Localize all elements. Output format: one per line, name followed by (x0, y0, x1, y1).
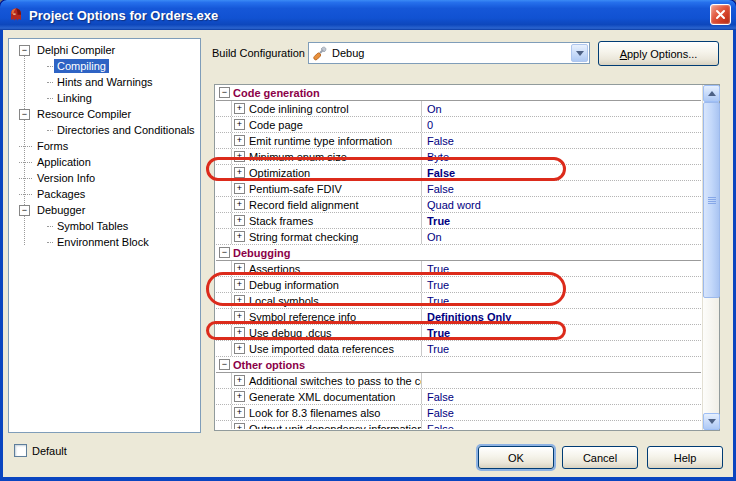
expand-icon[interactable]: + (234, 279, 245, 290)
tree-item-label: Forms (34, 139, 71, 153)
expand-icon[interactable]: + (234, 103, 245, 114)
property-name: Additional switches to pass to the con (249, 375, 421, 387)
tree-item-environment-block[interactable]: Environment Block (9, 234, 200, 250)
expand-icon[interactable]: + (234, 215, 245, 226)
tree-item-application[interactable]: Application (9, 154, 200, 170)
grid-section-other-options[interactable]: −Other options (216, 357, 701, 373)
tree-item-forms[interactable]: Forms (9, 138, 200, 154)
apply-options-button[interactable]: Apply Options... (598, 41, 719, 66)
property-name-cell: +Code inlining control (216, 101, 421, 116)
grid-row-generate-xml-documentation[interactable]: +Generate XML documentationFalse (216, 389, 701, 405)
tree-item-packages[interactable]: Packages (9, 186, 200, 202)
expand-icon[interactable]: + (234, 407, 245, 418)
expand-icon[interactable]: + (234, 183, 245, 194)
grid-row-local-symbols[interactable]: +Local symbolsTrue (216, 293, 701, 309)
property-name-cell: +Pentium-safe FDIV (216, 181, 421, 196)
grid-row-record-field-alignment[interactable]: +Record field alignmentQuad word (216, 197, 701, 213)
scroll-up-button[interactable] (703, 85, 720, 102)
expand-icon[interactable]: + (234, 375, 245, 386)
expand-icon[interactable]: + (234, 391, 245, 402)
grid-row-optimization[interactable]: +OptimizationFalse (216, 165, 701, 181)
expand-icon[interactable]: + (234, 199, 245, 210)
tree-connector (19, 178, 32, 179)
collapse-icon[interactable]: − (19, 109, 30, 120)
property-value: True (421, 341, 701, 356)
grid-section-code-generation[interactable]: −Code generation (216, 85, 701, 101)
grid-row-code-inlining-control[interactable]: +Code inlining controlOn (216, 101, 701, 117)
collapse-icon[interactable]: − (219, 87, 230, 98)
grid-content: −Code generation+Code inlining controlOn… (216, 85, 701, 429)
tree-item-delphi-compiler[interactable]: −Delphi Compiler (9, 42, 200, 58)
property-name: Local symbols (249, 295, 319, 307)
tree-connector (47, 66, 53, 67)
tree-connector (47, 98, 53, 99)
expand-icon[interactable]: + (234, 135, 245, 146)
build-configuration-combo[interactable]: Debug (308, 42, 590, 64)
property-name-cell: +Emit runtime type information (216, 133, 421, 148)
grid-row-symbol-reference-info[interactable]: +Symbol reference infoDefinitions Only (216, 309, 701, 325)
collapse-icon[interactable]: − (219, 247, 230, 258)
options-tree[interactable]: −Delphi CompilerCompilingHints and Warni… (8, 38, 201, 433)
expand-icon[interactable]: + (234, 295, 245, 306)
grid-row-string-format-checking[interactable]: +String format checkingOn (216, 229, 701, 245)
close-button[interactable] (710, 4, 731, 25)
tree-item-resource-compiler[interactable]: −Resource Compiler (9, 106, 200, 122)
grid-row-additional-switches-to-pass-to-the-con[interactable]: +Additional switches to pass to the con (216, 373, 701, 389)
expand-icon[interactable]: + (234, 167, 245, 178)
expand-icon[interactable]: + (234, 151, 245, 162)
property-name: Minimum enum size (249, 151, 347, 163)
property-name-cell: +Record field alignment (216, 197, 421, 212)
expand-icon[interactable]: + (234, 311, 245, 322)
ok-button[interactable]: OK (478, 446, 554, 469)
tree-connector (47, 242, 53, 243)
expand-icon[interactable]: + (234, 343, 245, 354)
tree-item-version-info[interactable]: Version Info (9, 170, 200, 186)
compiler-options-grid[interactable]: −Code generation+Code inlining controlOn… (214, 84, 720, 431)
grid-row-stack-frames[interactable]: +Stack framesTrue (216, 213, 701, 229)
tree-item-compiling[interactable]: Compiling (9, 58, 200, 74)
grid-row-debug-information[interactable]: +Debug informationTrue (216, 277, 701, 293)
grid-row-use-imported-data-references[interactable]: +Use imported data referencesTrue (216, 341, 701, 357)
tree-item-symbol-tables[interactable]: Symbol Tables (9, 218, 200, 234)
tree-item-debugger[interactable]: −Debugger (9, 202, 200, 218)
cancel-button[interactable]: Cancel (562, 446, 638, 469)
scrollbar-thumb[interactable] (703, 102, 720, 298)
grid-row-assertions[interactable]: +AssertionsTrue (216, 261, 701, 277)
expand-icon[interactable]: + (234, 263, 245, 274)
collapse-icon[interactable]: − (19, 45, 30, 56)
tree-item-hints-and-warnings[interactable]: Hints and Warnings (9, 74, 200, 90)
expand-icon[interactable]: + (234, 231, 245, 242)
dialog-body: −Delphi CompilerCompilingHints and Warni… (3, 30, 733, 477)
title-bar[interactable]: Project Options for Orders.exe (0, 0, 736, 30)
tree-item-directories-and-conditionals[interactable]: Directories and Conditionals (9, 122, 200, 138)
property-name-cell: +Additional switches to pass to the con (216, 373, 421, 388)
collapse-icon[interactable]: − (19, 205, 30, 216)
property-value: True (421, 261, 701, 276)
property-name-cell: +Use imported data references (216, 341, 421, 356)
default-checkbox[interactable] (14, 444, 27, 457)
help-button[interactable]: Help (647, 446, 723, 469)
grid-row-emit-runtime-type-information[interactable]: +Emit runtime type informationFalse (216, 133, 701, 149)
grid-row-code-page[interactable]: +Code page0 (216, 117, 701, 133)
combo-dropdown-button[interactable] (571, 44, 588, 62)
vertical-scrollbar[interactable] (702, 85, 719, 430)
grid-row-output-unit-dependency-information[interactable]: +Output unit dependency informationFalse (216, 421, 701, 429)
grid-row-look-for-8-3-filenames-also[interactable]: +Look for 8.3 filenames alsoFalse (216, 405, 701, 421)
window-title: Project Options for Orders.exe (29, 8, 218, 23)
grid-row-minimum-enum-size[interactable]: +Minimum enum sizeByte (216, 149, 701, 165)
grid-row-pentium-safe-fdiv[interactable]: +Pentium-safe FDIVFalse (216, 181, 701, 197)
tree-connector (47, 82, 53, 83)
collapse-icon[interactable]: − (219, 359, 230, 370)
expand-icon[interactable]: + (234, 327, 245, 338)
tree-item-label: Debugger (34, 203, 88, 217)
scroll-down-button[interactable] (703, 413, 720, 430)
expand-icon[interactable]: + (234, 423, 245, 429)
expand-icon[interactable]: + (234, 119, 245, 130)
chevron-down-icon (576, 51, 584, 56)
property-name-cell: +Local symbols (216, 293, 421, 308)
property-name-cell: +Code page (216, 117, 421, 132)
grid-section-debugging[interactable]: −Debugging (216, 245, 701, 261)
grid-row-use-debug-dcus[interactable]: +Use debug .dcusTrue (216, 325, 701, 341)
tree-item-linking[interactable]: Linking (9, 90, 200, 106)
tree-connector (19, 162, 32, 163)
